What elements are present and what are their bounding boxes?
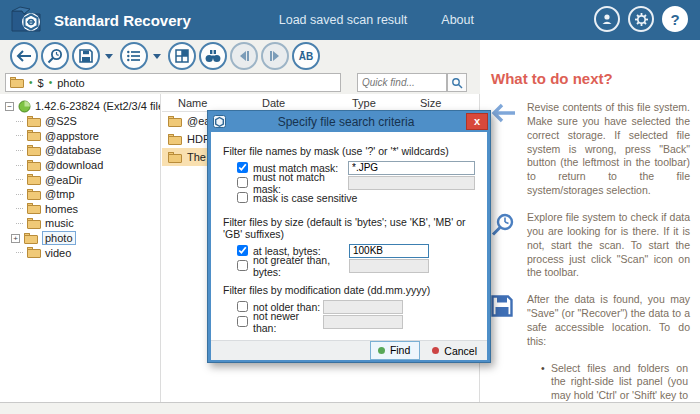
folder-tree: − 1.42.6-23824 (Ext2/3/4 file system) @S…: [0, 94, 161, 402]
app-title: Standard Recovery: [54, 12, 191, 29]
path-row: • $ • photo: [0, 72, 480, 94]
column-size[interactable]: Size: [420, 97, 470, 109]
account-button[interactable]: [594, 6, 620, 32]
magnifier-icon: [47, 48, 63, 64]
green-dot-icon: [378, 347, 385, 354]
gear-icon: [634, 12, 649, 27]
tree-item-eadir[interactable]: @eaDir: [16, 172, 160, 187]
help-step-2: Explore file system to check if data you…: [489, 211, 692, 280]
red-dot-icon: [432, 347, 439, 354]
find-button[interactable]: [199, 42, 227, 70]
folder-icon: [27, 203, 41, 214]
tree-item-homes[interactable]: homes: [16, 202, 160, 217]
tree-item-download[interactable]: @download: [16, 158, 160, 173]
selected-tree-label[interactable]: photo: [42, 231, 76, 245]
must-match-mask-input[interactable]: [348, 161, 475, 175]
floppy-icon: [79, 49, 93, 63]
not-newer-than-checkbox[interactable]: [237, 316, 248, 327]
encoding-ab-icon: ĀB: [299, 51, 313, 62]
folder-icon: [27, 145, 41, 156]
not-older-than-checkbox[interactable]: [237, 301, 248, 312]
open-window-button[interactable]: [168, 42, 196, 70]
column-date[interactable]: Date: [262, 97, 352, 109]
breadcrumb-segment-root[interactable]: $: [38, 77, 44, 89]
encoding-button[interactable]: ĀB: [292, 42, 320, 70]
tree-item-photo[interactable]: + photo: [11, 231, 160, 246]
filesystem-icon: [18, 100, 31, 113]
filter-by-mask-group: Filter file names by mask (use '?' or '*…: [223, 145, 475, 205]
group-label: Filter file names by mask (use '?' or '*…: [223, 145, 475, 157]
collapse-icon[interactable]: −: [5, 102, 14, 111]
breadcrumb-separator: •: [29, 77, 33, 88]
find-previous-button[interactable]: [230, 42, 258, 70]
find-button[interactable]: Find: [370, 341, 420, 360]
filter-by-size-group: Filter files by size (default is 'bytes'…: [223, 216, 475, 273]
quick-find-input[interactable]: [357, 73, 447, 92]
dialog-app-icon: [213, 115, 226, 128]
not-greater-than-row: not greater than, bytes:: [237, 258, 475, 273]
help-step-1: Revise contents of this file system. Mak…: [489, 101, 692, 198]
not-greater-than-checkbox[interactable]: [237, 260, 248, 271]
main-menu: Load saved scan result About: [279, 13, 474, 27]
column-type[interactable]: Type: [352, 97, 420, 109]
column-name[interactable]: Name: [162, 97, 262, 109]
next-icon: [269, 50, 281, 62]
close-icon[interactable]: x: [466, 113, 488, 130]
view-options-button[interactable]: [120, 42, 148, 70]
at-least-bytes-checkbox[interactable]: [237, 245, 248, 256]
save-icon: [491, 295, 517, 321]
not-newer-than-input[interactable]: [323, 315, 403, 329]
window-grid-icon: [175, 49, 189, 63]
tree-item-music[interactable]: music: [16, 216, 160, 231]
folder-icon: [27, 130, 41, 141]
question-icon: ?: [670, 11, 679, 28]
previous-icon: [238, 50, 250, 62]
back-arrow-icon: [491, 103, 517, 129]
not-older-than-input[interactable]: [323, 300, 403, 314]
search-icon: [451, 77, 463, 89]
folder-icon: [27, 218, 41, 229]
folder-icon: [168, 152, 182, 163]
tree-item-database[interactable]: @database: [16, 143, 160, 158]
cancel-button[interactable]: Cancel: [432, 345, 477, 357]
binoculars-icon: [205, 49, 221, 63]
folder-icon: [27, 174, 41, 185]
tree-item-appstore[interactable]: @appstore: [16, 129, 160, 144]
case-sensitive-checkbox[interactable]: [237, 192, 248, 203]
view-dropdown-arrow[interactable]: [153, 54, 161, 59]
must-not-match-mask-input[interactable]: [348, 176, 475, 190]
folder-icon: [27, 189, 41, 200]
help-button[interactable]: ?: [662, 6, 688, 32]
search-criteria-dialog: Specify file search criteria x Filter fi…: [207, 110, 491, 363]
not-greater-than-input[interactable]: [349, 259, 429, 273]
tree-item-video[interactable]: video: [16, 245, 160, 260]
at-least-bytes-input[interactable]: [349, 244, 429, 258]
save-button[interactable]: [72, 42, 100, 70]
group-label: Filter files by modification date (dd.mm…: [223, 284, 475, 296]
folder-icon: [168, 134, 182, 145]
must-match-mask-checkbox[interactable]: [237, 162, 248, 173]
breadcrumb-segment-photo[interactable]: photo: [57, 77, 85, 89]
folder-icon: [168, 116, 182, 127]
topbar: Standard Recovery Load saved scan result…: [0, 0, 700, 40]
quick-find-button[interactable]: [447, 73, 467, 92]
back-button[interactable]: [10, 42, 38, 70]
tree-item-s2s[interactable]: @S2S: [16, 114, 160, 129]
must-not-match-mask-checkbox[interactable]: [237, 177, 248, 188]
dialog-titlebar[interactable]: Specify file search criteria x: [208, 111, 490, 132]
menu-load-saved-scan[interactable]: Load saved scan result: [279, 13, 408, 27]
scan-button[interactable]: [41, 42, 69, 70]
tree-item-tmp[interactable]: @tmp: [16, 187, 160, 202]
settings-button[interactable]: [628, 6, 654, 32]
expand-icon[interactable]: +: [11, 234, 20, 243]
save-dropdown-arrow[interactable]: [105, 54, 113, 59]
find-next-button[interactable]: [261, 42, 289, 70]
breadcrumb[interactable]: • $ • photo: [5, 73, 341, 92]
tree-root-node[interactable]: − 1.42.6-23824 (Ext2/3/4 file system): [5, 98, 160, 114]
menu-about[interactable]: About: [441, 13, 474, 27]
folder-icon: [27, 160, 41, 171]
list-icon: [127, 50, 141, 62]
case-sensitive-row: mask is case sensitive: [237, 190, 475, 205]
folder-icon: [27, 247, 41, 258]
tree-root-label[interactable]: 1.42.6-23824 (Ext2/3/4 file system): [35, 100, 161, 112]
